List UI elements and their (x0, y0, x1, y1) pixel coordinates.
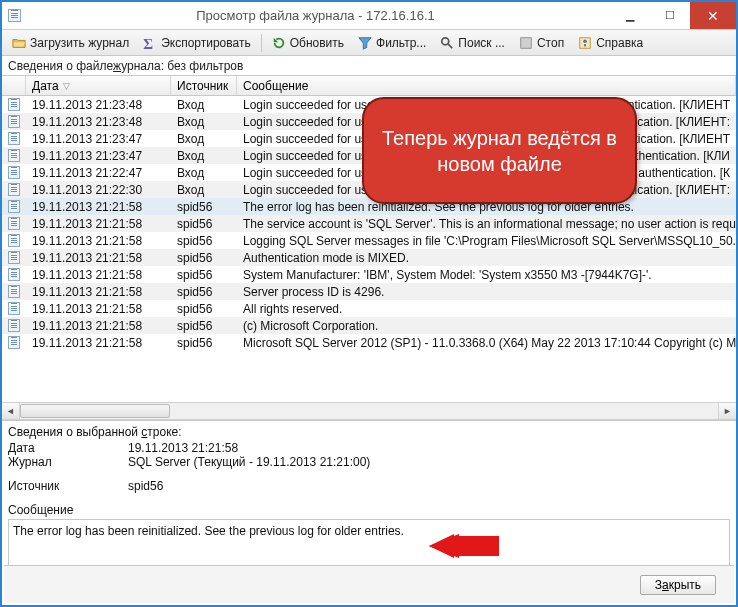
annotation-text: Теперь журнал ведётся в новом файле (378, 125, 621, 177)
table-row[interactable]: 19.11.2013 21:21:58spid56All rights rese… (2, 300, 736, 317)
table-row[interactable]: 19.11.2013 21:21:58spid56Server process … (2, 283, 736, 300)
stop-label: Стоп (537, 36, 564, 50)
row-icon (2, 183, 26, 196)
table-row[interactable]: 19.11.2013 21:21:58spid56Authentication … (2, 249, 736, 266)
detail-message-label: Сообщение (8, 503, 730, 517)
details-header: Сведения о выбранной строке: (8, 425, 730, 439)
row-message: System Manufacturer: 'IBM', System Model… (237, 268, 736, 282)
stop-button[interactable]: Стоп (513, 34, 570, 52)
export-button[interactable]: Σ Экспортировать (137, 34, 257, 52)
table-row[interactable]: 19.11.2013 21:21:58spid56The service acc… (2, 215, 736, 232)
row-date: 19.11.2013 21:23:47 (26, 149, 171, 163)
scroll-track[interactable] (20, 403, 718, 419)
search-button[interactable]: Поиск ... (434, 34, 511, 52)
scroll-thumb[interactable] (20, 404, 170, 418)
row-source: Вход (171, 98, 237, 112)
annotation-arrow-icon (429, 534, 499, 558)
help-button[interactable]: Справка (572, 34, 649, 52)
row-source: Вход (171, 183, 237, 197)
row-icon (2, 268, 26, 281)
horizontal-scrollbar[interactable]: ◄ ► (2, 402, 736, 420)
filter-button[interactable]: Фильтр... (352, 34, 432, 52)
table-row[interactable]: 19.11.2013 21:21:58spid56(c) Microsoft C… (2, 317, 736, 334)
detail-journal-label: Журнал (8, 455, 128, 469)
row-source: spid56 (171, 285, 237, 299)
row-date: 19.11.2013 21:21:58 (26, 336, 171, 350)
detail-source-label: Источник (8, 479, 128, 493)
row-source: Вход (171, 166, 237, 180)
refresh-button[interactable]: Обновить (266, 34, 350, 52)
row-source: Вход (171, 149, 237, 163)
load-journal-button[interactable]: Загрузить журнал (6, 34, 135, 52)
table-row[interactable]: 19.11.2013 21:21:58spid56Microsoft SQL S… (2, 334, 736, 351)
row-icon (2, 336, 26, 349)
search-icon (440, 36, 454, 50)
search-label: Поиск ... (458, 36, 505, 50)
row-icon (2, 234, 26, 247)
maximize-button[interactable]: ☐ (650, 2, 690, 29)
row-source: spid56 (171, 319, 237, 333)
col-date[interactable]: Дата▽ (26, 76, 171, 95)
row-date: 19.11.2013 21:23:48 (26, 98, 171, 112)
row-icon (2, 149, 26, 162)
detail-journal-value: SQL Server (Текущий - 19.11.2013 21:21:0… (128, 455, 730, 469)
row-icon (2, 285, 26, 298)
row-message: Server process ID is 4296. (237, 285, 736, 299)
sort-desc-icon: ▽ (63, 81, 70, 91)
row-icon (2, 166, 26, 179)
row-source: Вход (171, 115, 237, 129)
row-icon (2, 302, 26, 315)
detail-source-value: spid56 (128, 479, 730, 493)
separator (261, 34, 262, 52)
toolbar: Загрузить журнал Σ Экспортировать Обнови… (2, 30, 736, 56)
row-date: 19.11.2013 21:21:58 (26, 302, 171, 316)
help-icon (578, 36, 592, 50)
row-icon (2, 98, 26, 111)
sigma-icon: Σ (143, 36, 157, 50)
journal-info-line: Сведения о файле журнала: без фильтров (2, 56, 736, 76)
row-source: spid56 (171, 268, 237, 282)
scroll-left-icon[interactable]: ◄ (2, 403, 20, 419)
row-message: Logging SQL Server messages in file 'C:\… (237, 234, 736, 248)
close-dialog-button[interactable]: Закрыть (640, 575, 716, 595)
detail-date-value: 19.11.2013 21:21:58 (128, 441, 730, 455)
stop-icon (519, 36, 533, 50)
table-row[interactable]: 19.11.2013 21:21:58spid56Logging SQL Ser… (2, 232, 736, 249)
detail-date-label: Дата (8, 441, 128, 455)
row-message: (c) Microsoft Corporation. (237, 319, 736, 333)
detail-message-value: The error log has been reinitialized. Se… (13, 524, 404, 538)
row-source: spid56 (171, 234, 237, 248)
row-icon (2, 115, 26, 128)
minimize-button[interactable]: ▁ (610, 2, 650, 29)
table-row[interactable]: 19.11.2013 21:21:58spid56System Manufact… (2, 266, 736, 283)
load-journal-label: Загрузить журнал (30, 36, 129, 50)
col-message[interactable]: Сообщение (237, 76, 736, 95)
row-date: 19.11.2013 21:21:58 (26, 251, 171, 265)
svg-point-0 (442, 37, 449, 44)
filter-label: Фильтр... (376, 36, 426, 50)
row-source: Вход (171, 132, 237, 146)
app-icon (8, 9, 21, 22)
row-icon (2, 217, 26, 230)
row-date: 19.11.2013 21:21:58 (26, 319, 171, 333)
row-date: 19.11.2013 21:23:48 (26, 115, 171, 129)
export-label: Экспортировать (161, 36, 251, 50)
row-date: 19.11.2013 21:21:58 (26, 268, 171, 282)
row-icon (2, 200, 26, 213)
close-button[interactable]: ✕ (690, 2, 736, 29)
window-title: Просмотр файла журнала - 172.16.16.1 (21, 8, 610, 23)
row-date: 19.11.2013 21:23:47 (26, 132, 171, 146)
row-message: Authentication mode is MIXED. (237, 251, 736, 265)
funnel-icon (358, 36, 372, 50)
svg-rect-1 (521, 37, 532, 48)
footer: Закрыть (4, 565, 734, 603)
row-message: All rights reserved. (237, 302, 736, 316)
col-icon[interactable] (2, 76, 26, 95)
row-source: spid56 (171, 302, 237, 316)
row-icon (2, 251, 26, 264)
annotation-callout: Теперь журнал ведётся в новом файле (362, 97, 637, 204)
row-date: 19.11.2013 21:21:58 (26, 234, 171, 248)
scroll-right-icon[interactable]: ► (718, 403, 736, 419)
row-source: spid56 (171, 336, 237, 350)
col-source[interactable]: Источник (171, 76, 237, 95)
